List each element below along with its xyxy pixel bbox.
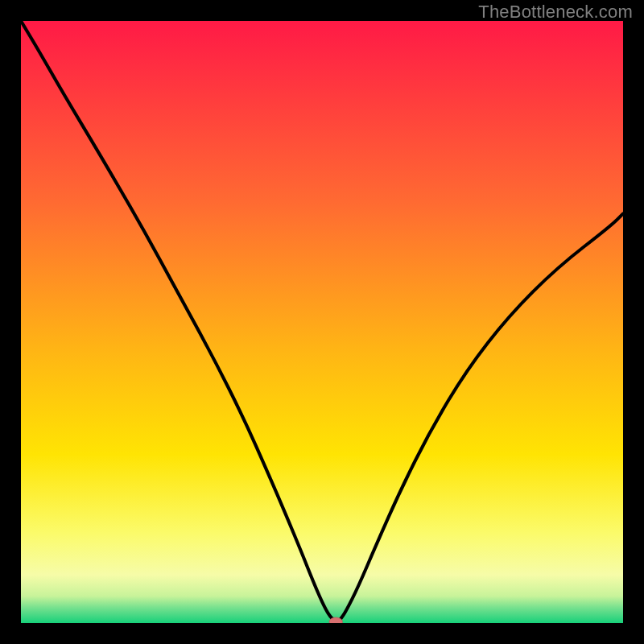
- chart-frame: TheBottleneck.com: [0, 0, 644, 644]
- plot-area: [21, 21, 623, 623]
- bottleneck-curve: [21, 21, 623, 621]
- watermark-text: TheBottleneck.com: [478, 2, 633, 23]
- curve-layer: [21, 21, 623, 623]
